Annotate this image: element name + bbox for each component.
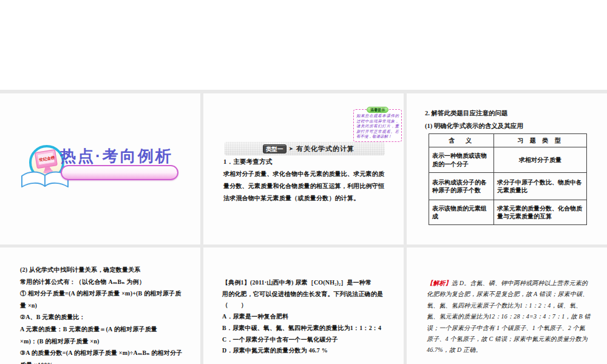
table-header-meaning: 含 义 [429,134,494,147]
text-line: 质量 ×100% [20,361,53,364]
type-badge: 类型一 [263,144,287,153]
table-cell-type: 求相对分子质量 [494,147,587,173]
text-line: ×m)：(B 的相对原子质量 ×n) [20,337,100,346]
text-line: A 元素的质量：B 元素的质量＝(A 的相对原子质量 [20,325,157,334]
analysis-line: 【解析】选 D。含氮、磷、钾中两种或两种以上营养元素的 [427,279,588,288]
type-title: 有关化学式的计算 [296,144,354,153]
analysis-line: 氧、氮、氢四种元素原子个数比为1：1：2：4，碳、氧、 [427,302,582,310]
table-row: 表示一种物质或该物质的一个分子 求相对分子质量 [429,147,587,173]
option-b: B．尿素中碳、氧、氮、氢四种元素的质量比为1：1：2：4 [222,324,381,332]
table-cell-meaning: 表示一种物质或该物质的一个分子 [429,147,494,173]
table-row: 表示该物质的元素组成 求某元素的质量分数、化合物质量与元素质量的互算 [429,200,587,225]
option-d: D．尿素中氮元素的质量分数为 46.7 % [222,346,328,355]
text-line: 量 ×n) [20,302,37,310]
example-question-line: 用的化肥，它可以促进植物的生长发育。下列说法正确的是 [222,290,383,298]
paragraph-line: 求相对分子质量、求化合物中各元素的质量比、求元素的质 [223,170,384,178]
hint-note-title: 温馨提示 [367,107,388,113]
title-underline-bar [61,165,178,180]
heading: 1．主要考查方式 [223,158,272,166]
hint-note-body: 如果您在观看本课件的过程中出现异常现象，请关闭所有幻灯片，重新打开可正常观看。若… [356,113,399,140]
type-banner: 类型一 ➤ 有关化学式的计算 [225,142,385,155]
text-line: ②A、B 元素的质量比： [20,313,86,322]
text-line: ③A 的质量分数=(A 的相对原子质量 ×m)÷AₘBₙ 的相对分子 [20,349,182,357]
slide-thumbnail-2[interactable]: 温馨提示 如果您在观看本课件的过程中出现异常现象，请关闭所有幻灯片，重新打开可正… [203,93,404,244]
table-cell-type: 求某元素的质量分数、化合物质量与元素质量的互算 [494,200,587,225]
answer-blank: （ ） [222,301,382,309]
text-line: (2) 从化学式中找到计量关系，确定数量关系 [20,266,141,274]
table-cell-meaning: 表示构成该分子的各种原子的原子个数 [429,173,494,200]
slide-sorter-view: 世纪金榜 热点·考向例析 温馨提示 如果您在观看本课件的过程中出现异常现象，请关… [0,0,607,364]
paragraph-line: 量分数、元素质量和化合物质量的相互运算，利用比例守恒 [223,182,384,190]
example-question-line: 【典例1】(2011·山西中考) 尿素［CO(NH₂)₂］是一种常 [222,278,371,287]
table-cell-meaning: 表示该物质的元素组成 [429,200,494,225]
paragraph-line: 法求混合物中某元素质量（或质量分数）的计算。 [223,194,359,203]
meaning-table: 含 义 习 题 类 型 表示一种物质或该物质的一个分子 求相对分子质量 表示构成… [429,133,587,225]
arrow-icon: ➤ [289,146,294,152]
slide-thumbnail-3[interactable]: 2. 解答此类题目应注意的问题 (1) 明确化学式表示的含义及其应用 含 义 习… [407,93,607,244]
slide-thumbnail-4[interactable]: (2) 从化学式中找到计量关系，确定数量关系 常用的计算公式有：（以化合物 Aₘ… [0,248,200,364]
analysis-line: 误；一个尿素分子中含有 1 个碳原子、1 个氧原子、2 个氮 [427,324,585,332]
analysis-line: 化肥称为复合肥，尿素不是复合肥，故 A 错误；尿素中碳、 [427,290,589,298]
analysis-line: 原子、4 个氢原子，故 C 错误；尿素中氮元素的质量分数为 [427,335,588,343]
hint-note: 温馨提示 如果您在观看本课件的过程中出现异常现象，请关闭所有幻灯片，重新打开可正… [353,109,402,142]
slide-thumbnail-1[interactable]: 世纪金榜 热点·考向例析 [0,93,200,244]
slide-thumbnail-6[interactable]: 【解析】选 D。含氮、磷、钾中两种或两种以上营养元素的 化肥称为复合肥，尿素不是… [407,248,607,364]
slide-thumbnail-5[interactable]: 【典例1】(2011·山西中考) 尿素［CO(NH₂)₂］是一种常 用的化肥，它… [203,248,404,364]
sub-heading: (1) 明确化学式表示的含义及其应用 [425,122,523,130]
analysis-line: 46.7%，故 D 正确。 [427,346,482,354]
option-a: A．尿素是一种复合肥料 [222,312,288,321]
option-c: C．一个尿素分子中含有一个一氧化碳分子 [222,335,338,344]
heading: 2. 解答此类题目应注意的问题 [425,109,508,118]
table-row: 表示构成该分子的各种原子的原子个数 求分子中原子个数比、物质中各元素质量比 [429,173,587,200]
table-header-type: 习 题 类 型 [494,134,587,147]
text-line: ① 相对分子质量=(A 的相对原子质量 ×m)+(B 的相对原子质 [20,289,181,298]
analysis-label: 【解析】 [427,280,452,286]
section-title: 热点·考向例析 [60,146,173,167]
table-cell-type: 求分子中原子个数比、物质中各元素质量比 [494,173,587,200]
text-line: 常用的计算公式有：（以化合物 AₘBₙ 为例） [20,278,145,286]
analysis-line: 氮、氢元素的质量比为12：16：28：4=3：4：7：1，故 B 错 [427,312,591,321]
